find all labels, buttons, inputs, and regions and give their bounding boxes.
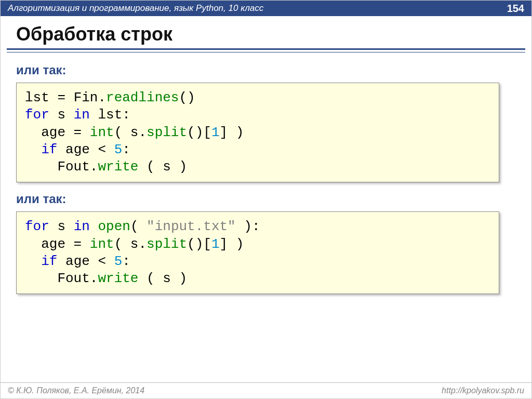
code-token: write — [98, 159, 138, 175]
code-token: for — [25, 219, 49, 234]
code-token: ( s. — [114, 125, 147, 140]
code-token: int — [90, 236, 114, 252]
code-token — [90, 219, 98, 234]
code-token: Fout. — [25, 159, 98, 175]
code-token: s — [49, 107, 74, 123]
page-number: 154 — [507, 3, 524, 15]
code-block-1: lst = Fin.readlines() for s in lst: age … — [16, 83, 499, 182]
title-underline — [7, 48, 525, 52]
slide: Алгоритмизация и программирование, язык … — [0, 0, 532, 399]
code-token: age — [25, 236, 65, 252]
course-title: Алгоритмизация и программирование, язык … — [8, 3, 263, 14]
code-token: ): — [236, 219, 260, 234]
code-token: ] ) — [220, 125, 244, 140]
code-token: ( s. — [114, 236, 147, 252]
code-token: lst — [25, 90, 49, 105]
footer-copyright: © К.Ю. Поляков, Е.А. Ерёмин, 2014 — [8, 386, 144, 395]
code-token: if — [41, 142, 57, 157]
code-token: in — [74, 107, 90, 123]
code-token: ] ) — [220, 236, 244, 252]
code-token: s — [49, 219, 74, 234]
code-token: if — [41, 254, 57, 269]
code-token: : — [122, 142, 130, 157]
code-token: lst: — [90, 107, 130, 123]
code-token: age — [57, 254, 89, 269]
code-token: for — [25, 107, 49, 123]
section-label-2: или так: — [16, 192, 516, 206]
code-token: split — [147, 236, 187, 252]
code-token: 1 — [211, 125, 220, 140]
code-token: ()[ — [187, 236, 211, 252]
page-title: Обработка строк — [16, 23, 516, 45]
code-token: readlines — [106, 90, 179, 105]
code-token: in — [74, 219, 90, 234]
code-token: split — [147, 125, 187, 140]
code-token: 1 — [211, 236, 220, 252]
code-token: = — [65, 125, 90, 140]
section-label-1: или так: — [16, 63, 516, 77]
header-bar: Алгоритмизация и программирование, язык … — [1, 1, 531, 16]
code-token: age — [25, 125, 65, 140]
code-token: Fin. — [74, 90, 106, 105]
content-area: или так: lst = Fin.readlines() for s in … — [1, 52, 531, 294]
code-token: < — [90, 254, 114, 269]
code-token: < — [90, 142, 114, 157]
code-block-2: for s in open( "input.txt" ): age = int(… — [16, 211, 499, 294]
code-token: open — [98, 219, 130, 234]
code-token: ( — [130, 219, 147, 234]
code-token — [25, 142, 41, 157]
code-token: 5 — [114, 254, 123, 269]
code-token: "input.txt" — [147, 219, 236, 234]
code-token: int — [90, 125, 114, 140]
code-token: ( s ) — [138, 159, 187, 175]
footer-url: http://kpolyakov.spb.ru — [442, 386, 524, 395]
code-token: Fout. — [25, 271, 98, 286]
code-token: = — [49, 90, 74, 105]
code-token: ()[ — [187, 125, 211, 140]
code-token: age — [57, 142, 89, 157]
code-token: 5 — [114, 142, 123, 157]
code-token: write — [98, 271, 138, 286]
code-token: = — [65, 236, 90, 252]
footer: © К.Ю. Поляков, Е.А. Ерёмин, 2014 http:/… — [1, 382, 531, 398]
code-token — [25, 254, 41, 269]
code-token: ( s ) — [138, 271, 187, 286]
code-token: : — [122, 254, 130, 269]
code-token: () — [179, 90, 195, 105]
